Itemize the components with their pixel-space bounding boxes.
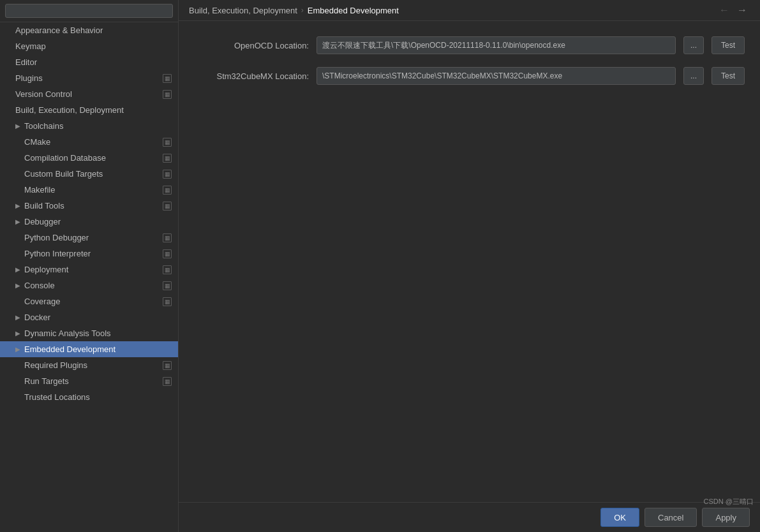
sidebar-item-docker[interactable]: ▶Docker — [0, 309, 178, 325]
form-input-openocd[interactable] — [317, 36, 676, 54]
ext-icon: ▦ — [163, 297, 172, 306]
sidebar-item-label: Plugins — [15, 73, 163, 83]
sidebar-item-compilation-db[interactable]: Compilation Database▦ — [0, 150, 178, 166]
ok-button[interactable]: OK — [600, 508, 639, 527]
sidebar-item-console[interactable]: ▶Console▦ — [0, 277, 178, 293]
ext-icon: ▦ — [163, 74, 172, 83]
sidebar-item-cmake[interactable]: CMake▦ — [0, 134, 178, 150]
sidebar-item-keymap[interactable]: Keymap — [0, 38, 178, 54]
sidebar-item-label: Python Interpreter — [24, 249, 163, 258]
sidebar-item-label: Embedded Development — [24, 344, 172, 354]
sidebar-item-plugins[interactable]: Plugins▦ — [0, 70, 178, 86]
sidebar-item-embedded-development[interactable]: ▶Embedded Development — [0, 341, 178, 357]
sidebar-item-label: Keymap — [15, 41, 172, 51]
chevron-icon: ▶ — [15, 314, 24, 321]
sidebar-item-deployment[interactable]: ▶Deployment▦ — [0, 262, 178, 277]
chevron-icon: ▶ — [15, 202, 24, 209]
breadcrumb: Build, Execution, Deployment › Embedded … — [179, 0, 760, 21]
sidebar-item-custom-build[interactable]: Custom Build Targets▦ — [0, 166, 178, 182]
sidebar-item-label: Required Plugins — [24, 360, 163, 370]
form-row-stm32cubemx: Stm32CubeMX Location: ... Test — [194, 67, 745, 85]
sidebar-item-label: Version Control — [15, 89, 163, 99]
sidebar-item-label: Debugger — [24, 217, 172, 226]
nav-back-button[interactable]: ← — [717, 5, 732, 15]
sidebar-item-label: Appearance & Behavior — [15, 26, 172, 35]
sidebar-item-debugger[interactable]: ▶Debugger — [0, 214, 178, 230]
sidebar-item-label: Makefile — [24, 185, 163, 195]
sidebar-item-label: Build Tools — [24, 201, 163, 211]
ext-icon: ▦ — [163, 265, 172, 274]
sidebar-item-label: Console — [24, 281, 163, 290]
sidebar-item-label: Custom Build Targets — [24, 169, 163, 179]
sidebar-item-python-interpreter[interactable]: Python Interpreter▦ — [0, 246, 178, 262]
sidebar-item-label: Trusted Locations — [24, 392, 172, 402]
sidebar-item-label: Compilation Database — [24, 153, 163, 163]
sidebar-item-label: Build, Execution, Deployment — [15, 105, 172, 115]
ext-icon: ▦ — [163, 249, 172, 258]
chevron-icon: ▶ — [15, 330, 24, 337]
chevron-icon: ▶ — [15, 122, 24, 129]
sidebar: Appearance & BehaviorKeymapEditorPlugins… — [0, 0, 179, 532]
search-input[interactable] — [5, 4, 173, 18]
browse-button-openocd[interactable]: ... — [683, 36, 704, 54]
sidebar-item-label: Deployment — [24, 265, 163, 274]
sidebar-item-label: Toolchains — [24, 121, 172, 131]
form-row-openocd: OpenOCD Location: ... Test — [194, 36, 745, 54]
sidebar-item-python-debugger[interactable]: Python Debugger▦ — [0, 230, 178, 246]
ext-icon: ▦ — [163, 170, 172, 179]
sidebar-item-dynamic-analysis[interactable]: ▶Dynamic Analysis Tools — [0, 325, 178, 341]
ext-icon: ▦ — [163, 186, 172, 195]
settings-dialog: Appearance & BehaviorKeymapEditorPlugins… — [0, 0, 760, 532]
sidebar-item-label: CMake — [24, 137, 163, 147]
form-label-stm32cubemx: Stm32CubeMX Location: — [194, 71, 309, 81]
ext-icon: ▦ — [163, 138, 172, 147]
sidebar-item-makefile[interactable]: Makefile▦ — [0, 182, 178, 198]
sidebar-item-editor[interactable]: Editor — [0, 54, 178, 70]
test-button-openocd[interactable]: Test — [712, 36, 745, 54]
sidebar-item-required-plugins[interactable]: Required Plugins▦ — [0, 357, 178, 373]
ext-icon: ▦ — [163, 90, 172, 99]
form-input-stm32cubemx[interactable] — [317, 67, 676, 85]
chevron-icon: ▶ — [15, 218, 24, 225]
sidebar-item-trusted-locations[interactable]: Trusted Locations — [0, 389, 178, 405]
ext-icon: ▦ — [163, 202, 172, 211]
ext-icon: ▦ — [163, 281, 172, 290]
chevron-icon: ▶ — [15, 346, 24, 353]
ext-icon: ▦ — [163, 233, 172, 242]
browse-button-stm32cubemx[interactable]: ... — [683, 67, 704, 85]
sidebar-item-version-control[interactable]: Version Control▦ — [0, 86, 178, 102]
chevron-icon: ▶ — [15, 282, 24, 289]
test-button-stm32cubemx[interactable]: Test — [712, 67, 745, 85]
sidebar-item-run-targets[interactable]: Run Targets▦ — [0, 373, 178, 389]
apply-button[interactable]: Apply — [702, 508, 750, 527]
breadcrumb-separator: › — [301, 6, 304, 15]
ext-icon: ▦ — [163, 154, 172, 163]
content-area: OpenOCD Location: ... Test Stm32CubeMX L… — [179, 21, 760, 502]
breadcrumb-parent: Build, Execution, Deployment — [189, 6, 297, 15]
ext-icon: ▦ — [163, 377, 172, 386]
sidebar-item-label: Dynamic Analysis Tools — [24, 329, 172, 338]
nav-forward-button[interactable]: → — [734, 5, 750, 15]
sidebar-item-label: Run Targets — [24, 376, 163, 386]
sidebar-item-label: Coverage — [24, 297, 163, 306]
dialog-body: Appearance & BehaviorKeymapEditorPlugins… — [0, 0, 760, 532]
cancel-button[interactable]: Cancel — [645, 508, 697, 527]
dialog-footer: OK Cancel Apply — [179, 502, 760, 532]
sidebar-item-label: Docker — [24, 313, 172, 322]
search-box[interactable] — [0, 0, 178, 22]
breadcrumb-current: Embedded Development — [308, 6, 399, 15]
sidebar-item-build-execution[interactable]: Build, Execution, Deployment — [0, 102, 178, 118]
main-content: Build, Execution, Deployment › Embedded … — [179, 0, 760, 532]
sidebar-item-coverage[interactable]: Coverage▦ — [0, 293, 178, 309]
form-label-openocd: OpenOCD Location: — [194, 41, 309, 50]
chevron-icon: ▶ — [15, 266, 24, 273]
sidebar-item-label: Editor — [15, 57, 172, 67]
sidebar-item-appearance[interactable]: Appearance & Behavior — [0, 22, 178, 38]
sidebar-item-toolchains[interactable]: ▶Toolchains — [0, 118, 178, 134]
sidebar-item-build-tools[interactable]: ▶Build Tools▦ — [0, 198, 178, 214]
ext-icon: ▦ — [163, 361, 172, 370]
nav-arrows: ← → — [717, 5, 750, 15]
sidebar-item-label: Python Debugger — [24, 233, 163, 242]
